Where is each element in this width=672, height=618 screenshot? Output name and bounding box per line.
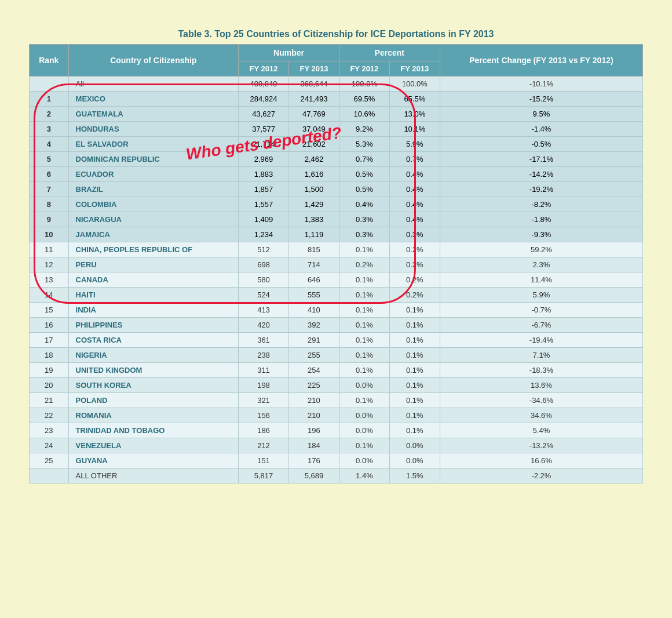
fy2012-pct-cell: 0.1% [339, 242, 389, 257]
country-cell: DOMINICAN REPUBLIC [68, 152, 238, 167]
table-row: 10JAMAICA1,2341,1190.3%0.3%-9.3% [30, 227, 643, 242]
country-cell: UNITED KINGDOM [68, 363, 238, 378]
rank-cell: 24 [30, 438, 69, 453]
country-cell: CANADA [68, 272, 238, 288]
fy2013-pct-cell: 0.7% [389, 152, 440, 167]
fy2013-num-cell: 21,602 [288, 137, 339, 152]
fy2013-pct-cell: 0.4% [389, 182, 440, 197]
fy2012-pct-header: FY 2012 [339, 61, 389, 77]
country-cell: TRINIDAD AND TOBAGO [68, 423, 238, 438]
country-cell: PERU [68, 257, 238, 272]
fy2012-num-cell: 1,883 [239, 167, 289, 182]
pct-change-cell: -19.4% [440, 333, 642, 348]
rank-cell: 20 [30, 378, 69, 393]
country-cell: ECUADOR [68, 167, 238, 182]
rank-cell: 14 [30, 288, 69, 303]
fy2013-pct-cell: 0.1% [389, 408, 440, 423]
fy2012-pct-cell: 0.0% [339, 408, 389, 423]
table-row: 8COLOMBIA1,5571,4290.4%0.4%-8.2% [30, 197, 643, 212]
pct-change-cell: 34.6% [440, 408, 642, 423]
fy2012-num-cell: 311 [239, 363, 289, 378]
rank-cell: 23 [30, 423, 69, 438]
fy2012-num-cell: 37,577 [239, 122, 289, 137]
fy2013-num-cell: 815 [288, 242, 339, 257]
pct-change-cell: -1.8% [440, 212, 642, 227]
fy2012-num-cell: 580 [239, 272, 289, 288]
fy2012-pct-cell: 100.0% [339, 77, 389, 92]
rank-cell: 3 [30, 122, 69, 137]
rank-cell: 1 [30, 92, 69, 107]
rank-cell: 11 [30, 242, 69, 257]
fy2012-num-cell: 2,969 [239, 152, 289, 167]
fy2013-num-cell: 241,493 [288, 92, 339, 107]
pct-change-cell: -34.6% [440, 393, 642, 408]
fy2013-num-cell: 392 [288, 318, 339, 333]
table-row: 22ROMANIA1562100.0%0.1%34.6% [30, 408, 643, 423]
fy2012-pct-cell: 0.3% [339, 212, 389, 227]
table-row: 25GUYANA1511760.0%0.0%16.6% [30, 453, 643, 468]
fy2013-pct-header: FY 2013 [389, 61, 440, 77]
fy2013-pct-cell: 0.1% [389, 318, 440, 333]
fy2013-num-cell: 196 [288, 423, 339, 438]
fy2012-pct-cell: 0.1% [339, 318, 389, 333]
fy2013-num-cell: 1,119 [288, 227, 339, 242]
pct-change-cell: -0.5% [440, 137, 642, 152]
fy2012-num-cell: 212 [239, 438, 289, 453]
fy2013-num-cell: 47,769 [288, 107, 339, 122]
fy2013-num-cell: 184 [288, 438, 339, 453]
country-cell: ROMANIA [68, 408, 238, 423]
pct-change-cell: -18.3% [440, 363, 642, 378]
country-cell: COSTA RICA [68, 333, 238, 348]
country-cell: NIGERIA [68, 348, 238, 363]
rank-cell [30, 468, 69, 484]
country-cell: BRAZIL [68, 182, 238, 197]
rank-cell: 10 [30, 227, 69, 242]
table-row: 19UNITED KINGDOM3112540.1%0.1%-18.3% [30, 363, 643, 378]
pct-change-cell: -13.2% [440, 438, 642, 453]
fy2012-pct-cell: 0.1% [339, 303, 389, 318]
fy2013-num-header: FY 2013 [288, 61, 339, 77]
country-cell: GUYANA [68, 453, 238, 468]
fy2012-num-cell: 5,817 [239, 468, 289, 484]
table-row: 23TRINIDAD AND TOBAGO1861960.0%0.1%5.4% [30, 423, 643, 438]
rank-cell: 16 [30, 318, 69, 333]
fy2012-pct-cell: 0.0% [339, 378, 389, 393]
fy2013-num-cell: 555 [288, 288, 339, 303]
fy2012-num-cell: 512 [239, 242, 289, 257]
fy2013-num-cell: 646 [288, 272, 339, 288]
fy2013-num-cell: 1,616 [288, 167, 339, 182]
pct-change-cell: -0.7% [440, 303, 642, 318]
fy2013-pct-cell: 0.2% [389, 257, 440, 272]
fy2012-num-cell: 1,409 [239, 212, 289, 227]
fy2013-num-cell: 255 [288, 348, 339, 363]
table-row: 15INDIA4134100.1%0.1%-0.7% [30, 303, 643, 318]
rank-cell: 12 [30, 257, 69, 272]
pct-change-cell: 5.9% [440, 288, 642, 303]
fy2013-num-cell: 368,644 [288, 77, 339, 92]
fy2013-pct-cell: 65.5% [389, 92, 440, 107]
fy2013-num-cell: 291 [288, 333, 339, 348]
fy2012-pct-cell: 0.1% [339, 438, 389, 453]
rank-cell: 18 [30, 348, 69, 363]
fy2012-num-cell: 420 [239, 318, 289, 333]
pct-change-cell: 13.6% [440, 378, 642, 393]
fy2013-pct-cell: 5.9% [389, 137, 440, 152]
fy2012-pct-cell: 0.4% [339, 197, 389, 212]
fy2013-num-cell: 1,383 [288, 212, 339, 227]
country-cell: HAITI [68, 288, 238, 303]
rank-cell: 4 [30, 137, 69, 152]
fy2013-pct-cell: 0.1% [389, 348, 440, 363]
fy2013-pct-cell: 0.4% [389, 212, 440, 227]
fy2012-pct-cell: 0.1% [339, 363, 389, 378]
fy2013-pct-cell: 0.4% [389, 197, 440, 212]
fy2013-pct-cell: 0.1% [389, 333, 440, 348]
fy2012-num-cell: 1,234 [239, 227, 289, 242]
pct-change-cell: 11.4% [440, 272, 642, 288]
pct-change-cell: -9.3% [440, 227, 642, 242]
fy2013-num-cell: 210 [288, 393, 339, 408]
rank-cell: 7 [30, 182, 69, 197]
table-row: 2GUATEMALA43,62747,76910.6%13.0%9.5% [30, 107, 643, 122]
fy2013-pct-cell: 10.1% [389, 122, 440, 137]
fy2012-num-cell: 1,857 [239, 182, 289, 197]
fy2013-num-cell: 1,500 [288, 182, 339, 197]
